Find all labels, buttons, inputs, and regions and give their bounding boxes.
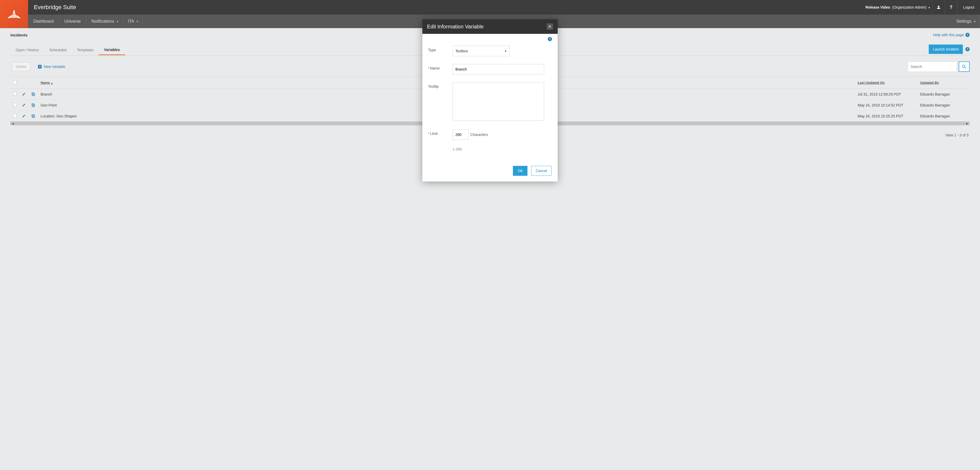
modal-help-icon[interactable]: ? <box>548 37 552 41</box>
limit-label: Limit <box>430 132 438 135</box>
name-label: Name <box>430 66 439 70</box>
type-select[interactable]: Textbox ▼ <box>453 46 510 56</box>
name-input[interactable] <box>453 64 544 75</box>
modal-body: ? Type Textbox ▼ *Name Tooltip <box>422 34 558 154</box>
limit-input[interactable] <box>453 129 469 140</box>
type-label: Type <box>428 46 453 52</box>
modal-title: Edit Information Variable <box>427 24 484 30</box>
edit-variable-modal: Edit Information Variable ✕ ? Type Textb… <box>422 19 558 162</box>
modal-overlay: Edit Information Variable ✕ ? Type Textb… <box>0 0 980 162</box>
modal-header: Edit Information Variable ✕ <box>422 19 558 34</box>
limit-hint: 1-399 <box>453 147 551 151</box>
chevron-down-icon: ▼ <box>504 50 507 53</box>
type-value: Textbox <box>455 49 468 53</box>
characters-label: Characters <box>470 129 488 140</box>
tooltip-label: Tooltip <box>428 82 453 89</box>
tooltip-textarea[interactable] <box>453 82 544 121</box>
modal-footer: OK Cancel <box>422 154 558 162</box>
close-icon[interactable]: ✕ <box>547 24 553 30</box>
